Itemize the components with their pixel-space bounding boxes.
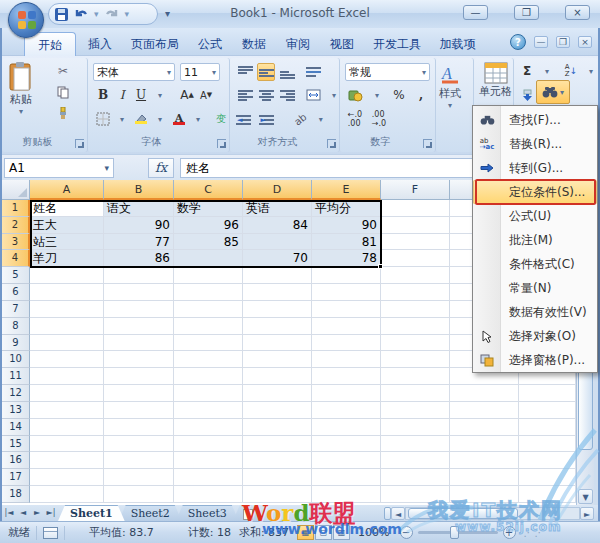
insert-function-button[interactable]: fx bbox=[148, 158, 174, 178]
tab-insert[interactable]: 插入 bbox=[78, 32, 122, 56]
prev-sheet-icon[interactable]: ◄ bbox=[16, 505, 30, 521]
menu-item-goto[interactable]: 转到(G)... bbox=[473, 156, 597, 180]
cell-B5[interactable] bbox=[104, 267, 174, 284]
cell-A6[interactable] bbox=[30, 284, 104, 301]
cell-F17[interactable] bbox=[381, 469, 450, 486]
cell-A18[interactable] bbox=[30, 486, 104, 503]
cell-A12[interactable] bbox=[30, 385, 104, 402]
cell-B6[interactable] bbox=[104, 284, 174, 301]
row-header-14[interactable]: 14 bbox=[2, 419, 30, 436]
cell-A3[interactable]: 站三 bbox=[30, 234, 104, 251]
cell-F5[interactable] bbox=[381, 267, 450, 284]
workbook-minimize-button[interactable]: — bbox=[534, 36, 548, 48]
row-header-2[interactable]: 2 bbox=[2, 217, 30, 234]
paste-button[interactable]: 粘贴 ▾ bbox=[8, 62, 34, 116]
cell-D17[interactable] bbox=[243, 469, 312, 486]
next-sheet-icon[interactable]: ► bbox=[30, 505, 44, 521]
clipboard-dialog-launcher[interactable] bbox=[75, 139, 84, 148]
cell-F12[interactable] bbox=[381, 385, 450, 402]
cell-C15[interactable] bbox=[174, 436, 243, 453]
cell-B12[interactable] bbox=[104, 385, 174, 402]
cell-D6[interactable] bbox=[243, 284, 312, 301]
italic-button[interactable]: I bbox=[113, 86, 131, 104]
font-color-button[interactable]: A bbox=[170, 110, 188, 128]
increase-decimal-button[interactable]: ←.0.00 bbox=[346, 110, 364, 128]
cell-C2[interactable]: 96 bbox=[174, 217, 243, 234]
cell-F2[interactable] bbox=[381, 217, 450, 234]
cell-F6[interactable] bbox=[381, 284, 450, 301]
maximize-button[interactable]: ❐ bbox=[514, 5, 539, 20]
cell-F1[interactable] bbox=[381, 200, 450, 217]
cell-D5[interactable] bbox=[243, 267, 312, 284]
cell-E6[interactable] bbox=[312, 284, 381, 301]
menu-item-goto-special[interactable]: 定位条件(S)... bbox=[473, 180, 597, 204]
cell-D2[interactable]: 84 bbox=[243, 217, 312, 234]
cell-A2[interactable]: 王大 bbox=[30, 217, 104, 234]
cell-E14[interactable] bbox=[312, 419, 381, 436]
cells-button[interactable]: 单元格 bbox=[479, 62, 512, 99]
copy-button[interactable] bbox=[54, 83, 72, 101]
accounting-format-button[interactable] bbox=[346, 86, 364, 104]
cell-C5[interactable] bbox=[174, 267, 243, 284]
cell-F9[interactable] bbox=[381, 335, 450, 352]
select-all-corner[interactable] bbox=[2, 180, 30, 200]
comma-button[interactable]: , bbox=[412, 86, 430, 104]
row-header-1[interactable]: 1 bbox=[2, 200, 30, 217]
number-format-combo[interactable]: 常规▾ bbox=[345, 63, 430, 81]
cell-G12[interactable] bbox=[450, 385, 519, 402]
cell-D13[interactable] bbox=[243, 402, 312, 419]
column-header-F[interactable]: F bbox=[381, 180, 450, 200]
cell-D1[interactable]: 英语 bbox=[243, 200, 312, 217]
increase-indent-button[interactable]: ► bbox=[259, 110, 279, 128]
workbook-close-button[interactable]: × bbox=[578, 36, 592, 48]
cell-C6[interactable] bbox=[174, 284, 243, 301]
align-bottom-button[interactable] bbox=[278, 63, 296, 81]
sheet-tab-3[interactable]: Sheet3 bbox=[176, 505, 239, 521]
cell-H14[interactable] bbox=[519, 419, 576, 436]
cell-B9[interactable] bbox=[104, 335, 174, 352]
font-dialog-launcher[interactable] bbox=[217, 139, 226, 148]
minimize-button[interactable]: — bbox=[463, 5, 488, 20]
increase-font-button[interactable]: A▲ bbox=[178, 86, 196, 104]
cell-A15[interactable] bbox=[30, 436, 104, 453]
cell-H12[interactable] bbox=[519, 385, 576, 402]
cell-E17[interactable] bbox=[312, 469, 381, 486]
column-header-E[interactable]: E bbox=[312, 180, 381, 200]
cell-C3[interactable]: 85 bbox=[174, 234, 243, 251]
menu-item-data-validation[interactable]: 数据有效性(V) bbox=[473, 300, 597, 324]
fill-color-dropdown[interactable]: ▾ bbox=[151, 110, 169, 128]
cell-B8[interactable] bbox=[104, 318, 174, 335]
cell-D16[interactable] bbox=[243, 452, 312, 469]
menu-item-constants[interactable]: 常量(N) bbox=[473, 276, 597, 300]
cell-B4[interactable]: 86 bbox=[104, 250, 174, 267]
sheet-tab-2[interactable]: Sheet2 bbox=[119, 505, 182, 521]
cell-A11[interactable] bbox=[30, 368, 104, 385]
menu-item-replace[interactable]: ab⇢ac 替换(R)... bbox=[473, 132, 597, 156]
cell-G13[interactable] bbox=[450, 402, 519, 419]
borders-dropdown[interactable]: ▾ bbox=[113, 110, 131, 128]
cell-A4[interactable]: 羊刀 bbox=[30, 250, 104, 267]
cell-G14[interactable] bbox=[450, 419, 519, 436]
row-header-10[interactable]: 10 bbox=[2, 351, 30, 368]
cell-B1[interactable]: 语文 bbox=[104, 200, 174, 217]
cell-F15[interactable] bbox=[381, 436, 450, 453]
column-header-C[interactable]: C bbox=[174, 180, 243, 200]
row-header-7[interactable]: 7 bbox=[2, 301, 30, 318]
orientation-dropdown[interactable]: ▾ bbox=[312, 110, 330, 128]
tab-developer[interactable]: 开发工具 bbox=[364, 32, 430, 56]
menu-item-select-objects[interactable]: 选择对象(O) bbox=[473, 324, 597, 348]
cell-H16[interactable] bbox=[519, 452, 576, 469]
row-header-15[interactable]: 15 bbox=[2, 436, 30, 453]
cell-F7[interactable] bbox=[381, 301, 450, 318]
cell-A17[interactable] bbox=[30, 469, 104, 486]
cell-E3[interactable]: 81 bbox=[312, 234, 381, 251]
decrease-font-button[interactable]: A▼ bbox=[197, 86, 215, 104]
paste-dropdown[interactable]: ▾ bbox=[19, 107, 23, 116]
cell-F16[interactable] bbox=[381, 452, 450, 469]
namebox-dropdown-icon[interactable]: ▾ bbox=[104, 163, 109, 173]
cell-G15[interactable] bbox=[450, 436, 519, 453]
cell-D12[interactable] bbox=[243, 385, 312, 402]
tab-view[interactable]: 视图 bbox=[320, 32, 364, 56]
cell-C9[interactable] bbox=[174, 335, 243, 352]
cell-B10[interactable] bbox=[104, 351, 174, 368]
